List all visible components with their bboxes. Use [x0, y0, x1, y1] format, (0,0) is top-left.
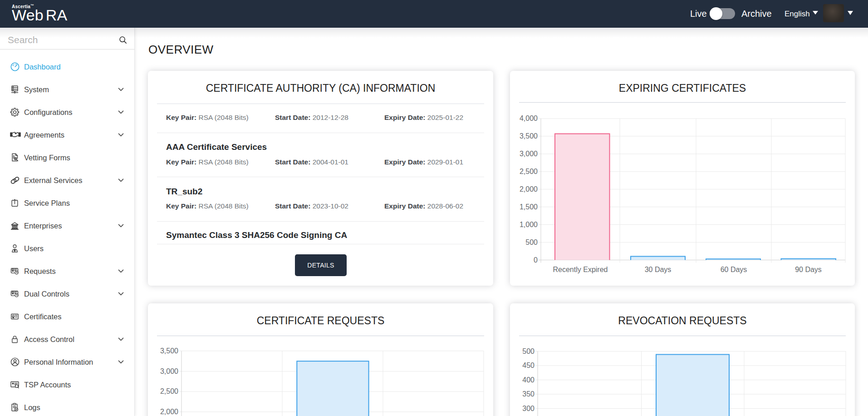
- svg-text:30 Days: 30 Days: [645, 266, 672, 273]
- svg-text:Recently Expired: Recently Expired: [553, 266, 608, 273]
- svg-text:3,500: 3,500: [520, 132, 538, 140]
- svg-text:2,000: 2,000: [160, 408, 178, 416]
- svg-text:3,500: 3,500: [160, 347, 178, 355]
- svg-text:0: 0: [534, 256, 538, 264]
- svg-text:3,000: 3,000: [520, 150, 538, 158]
- svg-text:60 Days: 60 Days: [721, 266, 747, 273]
- svg-text:4,000: 4,000: [520, 114, 538, 122]
- svg-text:500: 500: [522, 347, 535, 355]
- svg-text:300: 300: [522, 405, 535, 412]
- svg-text:500: 500: [525, 238, 538, 246]
- svg-text:3,000: 3,000: [160, 367, 178, 375]
- svg-text:2,000: 2,000: [520, 185, 538, 193]
- svg-text:2,500: 2,500: [520, 168, 538, 175]
- svg-text:400: 400: [522, 376, 535, 384]
- svg-text:90 Days: 90 Days: [795, 266, 822, 273]
- svg-text:350: 350: [522, 390, 535, 398]
- svg-text:450: 450: [522, 362, 535, 369]
- svg-text:2,500: 2,500: [160, 387, 178, 395]
- svg-text:1,500: 1,500: [520, 203, 538, 211]
- svg-text:1,000: 1,000: [520, 221, 538, 228]
